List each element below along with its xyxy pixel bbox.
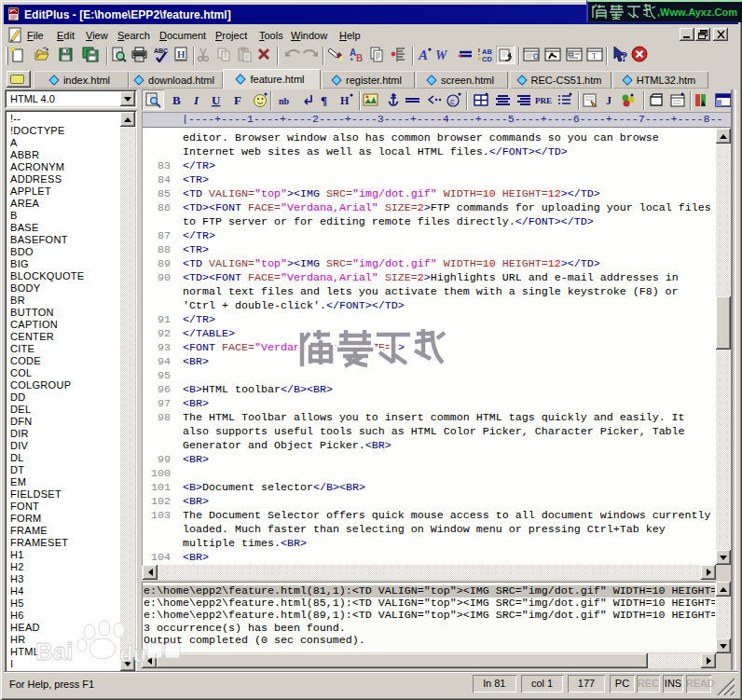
svg-text:¶: ¶ [321, 93, 327, 107]
svg-text:B: B [356, 53, 363, 62]
svg-text:F: F [234, 93, 241, 107]
svg-text:CD: CD [482, 55, 492, 62]
svg-text:U: U [212, 93, 221, 107]
svg-text:?: ? [621, 49, 628, 64]
svg-text:c: c [450, 97, 455, 106]
svg-text:W: W [435, 48, 448, 62]
svg-text:Bai: Bai [35, 638, 73, 666]
svg-text:du: du [119, 641, 146, 666]
svg-text:J: J [606, 94, 611, 107]
svg-text:H: H [177, 48, 186, 60]
svg-text:PRE: PRE [535, 96, 552, 105]
svg-text:T: T [592, 52, 597, 61]
svg-text:nb: nb [279, 96, 290, 106]
svg-text:,Www.Ayxz.Com: ,Www.Ayxz.Com [657, 7, 737, 18]
svg-text:H: H [340, 94, 350, 107]
svg-text:B: B [172, 93, 181, 107]
svg-text:I: I [193, 93, 199, 107]
svg-text:A: A [418, 48, 428, 62]
